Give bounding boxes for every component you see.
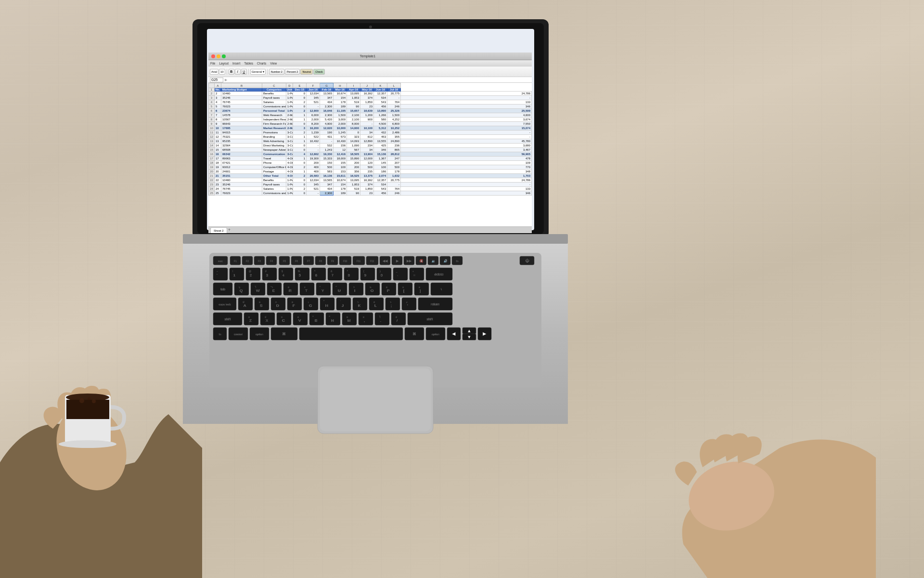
svg-text:fn: fn [218,333,221,336]
svg-text:option: option [432,333,439,336]
col-header-g[interactable]: G [320,83,334,88]
font-size-select[interactable]: 10 [219,69,225,75]
svg-text:R: R [289,289,292,293]
menu-charts[interactable]: Charts [257,62,266,65]
col-header-l[interactable]: L [387,83,401,88]
table-row: 9996643Firm Research Fees2-Marketing08,2… [209,122,532,126]
svg-text:F5: F5 [283,260,286,263]
svg-text:Z: Z [249,318,252,323]
svg-text:G: G [309,303,312,308]
svg-rect-13 [183,234,568,244]
col-header-c[interactable]: C [262,83,286,88]
col-header-a[interactable]: A [215,83,221,88]
underline-button[interactable]: U [241,69,247,75]
svg-rect-79 [328,268,342,280]
table-row: 181807421Phone4-Other0200150155200120145… [209,161,532,165]
table-row: 4476745Salaries1-Personnal25214341785191… [209,100,532,105]
svg-text:▲: ▲ [467,328,472,333]
font-select[interactable]: Arial [210,69,218,75]
table-header-row: 1 No. Marketing Budget Categories Unit D… [209,88,532,92]
svg-text:control: control [234,333,243,336]
svg-text:M: M [347,318,351,323]
svg-text:N: N [331,318,334,323]
maximize-button[interactable] [222,54,226,58]
svg-text:F7: F7 [307,260,310,263]
svg-text:1: 1 [233,274,235,277]
svg-rect-218 [299,328,403,340]
menu-view[interactable]: View [270,62,277,65]
percent-btn[interactable]: Percent 2 [285,69,300,75]
svg-rect-58 [213,268,228,280]
svg-text:W: W [256,289,260,293]
table-row: 111194015Promotions3-Commu21,2391901,245… [209,131,532,135]
right-hand [611,361,876,578]
svg-text:fn: fn [456,260,458,263]
check-btn[interactable]: Check [313,69,325,75]
svg-point-5 [59,440,116,448]
table-row: 242476745Salaries1-Personnal252143417851… [209,187,532,191]
table-row: 252576023Commissions and bonuses1-Person… [209,191,532,196]
col-header-h[interactable]: H [334,83,347,88]
svg-rect-76 [311,268,326,280]
svg-rect-70 [279,268,293,280]
svg-rect-122 [349,283,363,295]
col-header-j[interactable]: J [360,83,374,88]
left-hand-coffee [0,279,202,578]
toolbar: Arial 10 B I U General ▾ Number 2 Percen… [208,66,532,77]
col-header-k[interactable]: K [374,83,387,88]
table-row: 2210460Benefits1-Personnal012,03413,5651… [209,92,532,96]
neutral-btn[interactable]: Neutral [300,69,313,75]
svg-text:◀: ◀ [452,331,456,336]
svg-text:C: C [282,318,285,323]
table-row: 222210460Benefits1-Personnal012,03413,56… [209,178,532,183]
svg-text:T: T [305,289,308,293]
menu-insert[interactable]: Insert [232,62,240,65]
svg-rect-205 [391,313,406,325]
sheet-tab-2[interactable]: Sheet 2 [210,227,227,233]
svg-text:delete: delete [434,273,443,276]
bold-button[interactable]: B [229,69,234,75]
svg-text:0: 0 [381,274,383,277]
svg-text:L: L [374,303,377,308]
menu-file[interactable]: File [210,62,215,65]
svg-rect-94 [410,268,424,280]
minimize-button[interactable] [217,54,220,58]
italic-button[interactable]: I [235,69,241,75]
svg-text:I: I [354,289,355,293]
col-header-f[interactable]: F [307,83,320,88]
svg-text:]: ] [420,289,421,293]
col-header-i[interactable]: I [347,83,360,88]
svg-text:Y: Y [321,289,324,293]
svg-text:K: K [358,303,361,308]
svg-rect-4 [66,400,109,419]
cond-format-btn[interactable]: Number 2 [269,69,284,75]
svg-text:⌘: ⌘ [412,332,416,336]
svg-rect-168 [385,298,400,310]
col-header-e[interactable]: E [293,83,307,88]
close-button[interactable] [211,54,215,58]
menu-tables[interactable]: Tables [244,62,253,65]
svg-text:shift: shift [427,317,433,321]
svg-text:@: @ [249,270,251,273]
svg-text:◀◀: ◀◀ [383,259,388,263]
add-sheet-button[interactable]: + [228,227,231,233]
svg-rect-159 [336,298,351,310]
svg-rect-61 [230,268,244,280]
svg-text:▼: ▼ [467,334,472,340]
sheet-grid-container[interactable]: A B C D E F G H I J K L 1 No. Mar [208,83,532,227]
svg-text:=: = [413,274,415,277]
svg-rect-67 [262,268,277,280]
menu-layout[interactable]: Layout [219,62,229,65]
svg-text:5: 5 [299,274,301,277]
col-header-b[interactable]: B [221,83,262,88]
format-select[interactable]: General ▾ [250,69,266,75]
svg-text:F9: F9 [331,260,334,263]
svg-text:S: S [260,303,262,308]
cell-reference[interactable]: G25 [210,78,223,82]
svg-text:🔊: 🔊 [444,259,448,263]
col-header-d[interactable]: D [286,83,293,88]
table-row: 121275321Branding3-Commu1522431573323612… [209,135,532,139]
svg-rect-91 [393,268,408,280]
table-row: 6623674Personnel Total1-Personnal212,900… [209,109,532,113]
svg-rect-199 [359,313,373,325]
